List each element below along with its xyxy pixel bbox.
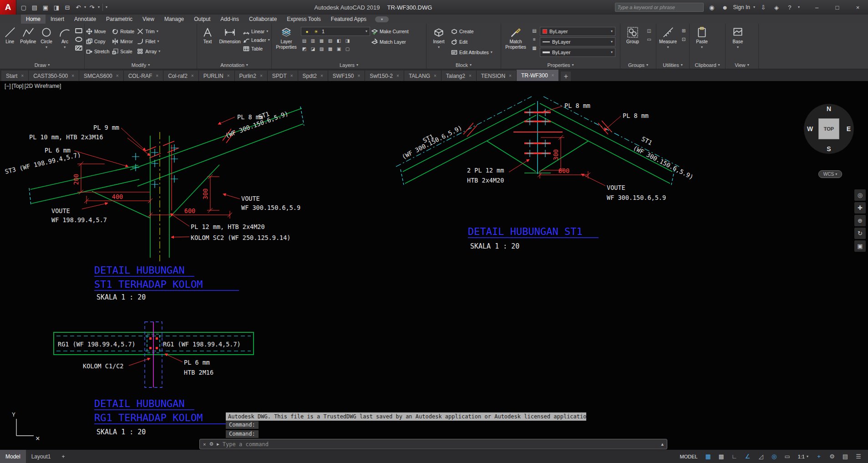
layer-tool-icon[interactable]: ◧	[335, 37, 342, 44]
mirror-button[interactable]: Mirror	[112, 37, 134, 46]
label-pl12[interactable]: PL 12 mm, HTB 2x4M20	[191, 223, 265, 230]
file-tab-tension[interactable]: TENSION×	[477, 71, 517, 81]
layer-tool-icon[interactable]: ◪	[310, 46, 316, 52]
detail-title-line1[interactable]: DETAIL HUBUNGAN	[94, 265, 185, 276]
move-button[interactable]: Move	[86, 27, 109, 36]
file-tab-purlin2[interactable]: Purlin2×	[235, 71, 268, 81]
model-tab[interactable]: Model	[0, 450, 26, 463]
save-icon[interactable]: ▣	[41, 2, 51, 12]
label-voute-left-2[interactable]: WF 198.99.4,5.7	[51, 216, 107, 224]
detail-bottom-geometry[interactable]	[54, 322, 254, 387]
dimension-600[interactable]: 600	[558, 167, 569, 174]
fillet-menu-icon[interactable]: ▾	[157, 40, 159, 43]
user-icon[interactable]: ☻	[720, 2, 730, 12]
viewcube-south[interactable]: S	[827, 145, 831, 153]
base-menu-icon[interactable]: ▾	[737, 46, 739, 49]
showmotion-icon[interactable]: ▣	[854, 240, 866, 252]
label-voute-right-2[interactable]: WF 300.150.6,5.9	[241, 204, 300, 211]
scale-note[interactable]: SKALA 1 : 20	[96, 293, 146, 301]
polar-tracking-icon[interactable]: ∠	[742, 452, 754, 462]
command-history-toggle-icon[interactable]: ▴	[661, 441, 664, 447]
panel-label-draw[interactable]: Draw▾	[0, 61, 84, 69]
insert-block-button[interactable]: Insert ▾	[428, 25, 450, 61]
help-menu-icon[interactable]: ▾	[798, 5, 800, 9]
detail-title-line2[interactable]: RG1 TERHADAP KOLOM	[94, 412, 203, 423]
label-plates-2[interactable]: HTB 2x4M20	[467, 177, 504, 184]
layer-tool-icon[interactable]: ▩	[327, 46, 334, 52]
customization-icon[interactable]: ▤	[839, 452, 851, 462]
label-rg1-left[interactable]: RG1 (WF 198.99.4,5.7)	[58, 341, 136, 348]
status-menu-icon[interactable]: ☰	[853, 452, 864, 462]
label-voute-1[interactable]: VOUTE	[607, 184, 625, 191]
zoom-extents-icon[interactable]: ⊕	[854, 215, 866, 226]
label-kolom-c1-c2[interactable]: KOLOM C1/C2	[83, 362, 123, 370]
app-menu-button[interactable]: A	[0, 0, 16, 15]
file-tab-swf150-2[interactable]: Swf150-2×	[365, 71, 404, 81]
linear-dimension-button[interactable]: Linear ▾	[243, 27, 270, 36]
base-view-button[interactable]: Base ▾	[727, 25, 749, 61]
layer-tool-icon[interactable]: ▨	[318, 46, 325, 52]
measure-button[interactable]: Measure ▾	[658, 25, 678, 61]
file-tab-col-raf2[interactable]: Col-raf2×	[163, 71, 199, 81]
dimension-600[interactable]: 600	[184, 207, 195, 214]
label-pl8-right[interactable]: PL 8 mm	[623, 112, 649, 119]
dimension-300[interactable]: 300	[552, 149, 559, 160]
measure-menu-icon[interactable]: ▾	[667, 46, 669, 49]
linear-menu-icon[interactable]: ▾	[266, 30, 268, 33]
new-drawing-tab-button[interactable]: +	[561, 71, 571, 81]
label-pl6-1[interactable]: PL 6 mm	[184, 359, 210, 366]
snap-mode-icon[interactable]: ▩	[716, 452, 727, 462]
ribbon-display-toggle[interactable]: ▾	[375, 16, 389, 22]
search-icon[interactable]: ◉	[707, 2, 717, 12]
layer-properties-button[interactable]: Layer Properties	[273, 25, 299, 61]
file-tab-purlin[interactable]: PURLIN×	[199, 71, 235, 81]
lineweight-combo[interactable]: ByLayer ▾	[540, 48, 615, 57]
viewcube-top-face[interactable]: TOP	[818, 118, 839, 139]
leader-button[interactable]: Leader ▾	[243, 36, 270, 44]
grid-display-icon[interactable]: ▦	[702, 452, 714, 462]
properties-grid-icon[interactable]: ▦	[530, 45, 538, 51]
annotation-scale-control[interactable]: 1:1▾	[795, 454, 812, 459]
layer-tool-icon[interactable]: ◨	[344, 37, 351, 44]
dimension-button[interactable]: Dimension	[218, 25, 242, 61]
insert-menu-icon[interactable]: ▾	[438, 46, 440, 49]
id-point-icon[interactable]: ⊡	[680, 36, 688, 43]
qat-customize-icon[interactable]: ▾	[106, 5, 107, 9]
text-button[interactable]: Text	[198, 25, 217, 61]
trim-button[interactable]: Trim ▾	[137, 27, 160, 36]
ribbon-tab-view[interactable]: View	[137, 15, 159, 24]
ellipse-icon[interactable]	[75, 36, 83, 43]
close-icon[interactable]: ×	[320, 73, 323, 78]
open-file-icon[interactable]: ▤	[30, 2, 40, 12]
orbit-tool-icon[interactable]: ↻	[854, 228, 866, 239]
ribbon-tab-featured-apps[interactable]: Featured Apps	[326, 15, 371, 24]
add-layout-button[interactable]: +	[56, 450, 70, 463]
file-tab-swf150[interactable]: SWF150×	[328, 71, 365, 81]
file-tab-cast350-500[interactable]: CAST350-500×	[29, 71, 79, 81]
model-space[interactable]: 200 400 300 600 PL 8 mm PL 9 mm PL 10 mm…	[0, 81, 868, 450]
linetype-combo[interactable]: ByLayer ▾	[540, 37, 615, 46]
save-as-icon[interactable]: ◨	[51, 2, 61, 12]
close-icon[interactable]: ×	[509, 73, 512, 78]
drawing-canvas[interactable]: [−] [Top] [2D Wireframe]	[0, 81, 868, 450]
edit-attributes-menu-icon[interactable]: ▾	[491, 51, 492, 54]
redo-menu-icon[interactable]: ▾	[98, 5, 100, 9]
layer-tool-icon[interactable]: ▥	[310, 37, 316, 44]
layout1-tab[interactable]: Layout1	[26, 450, 56, 463]
label-kolom-sc2[interactable]: KOLOM SC2 (WF 250.125.9.14)	[191, 234, 290, 241]
match-layer-button[interactable]: Match Layer	[371, 37, 409, 46]
undo-icon[interactable]: ↶	[73, 2, 83, 12]
layer-tool-icon[interactable]: ▢	[344, 46, 351, 52]
stretch-button[interactable]: Stretch	[86, 47, 109, 56]
layer-tool-icon[interactable]: ▣	[335, 46, 342, 52]
file-tab-talang2[interactable]: Talang2×	[442, 71, 477, 81]
viewport-minimize-control[interactable]: [−]	[5, 83, 11, 89]
annotation-visibility-icon[interactable]: +	[813, 452, 825, 462]
layer-select-combo[interactable]: ● ☀ 1 ▾	[301, 27, 370, 36]
ribbon-tab-collaborate[interactable]: Collaborate	[244, 15, 282, 24]
dimension-300[interactable]: 300	[202, 188, 209, 199]
properties-list-icon[interactable]: ▤	[530, 27, 538, 34]
ribbon-tab-annotate[interactable]: Annotate	[69, 15, 101, 24]
file-tab-col-raf[interactable]: COL-RAF×	[124, 71, 164, 81]
panel-label-layers[interactable]: Layers▾	[272, 61, 426, 69]
